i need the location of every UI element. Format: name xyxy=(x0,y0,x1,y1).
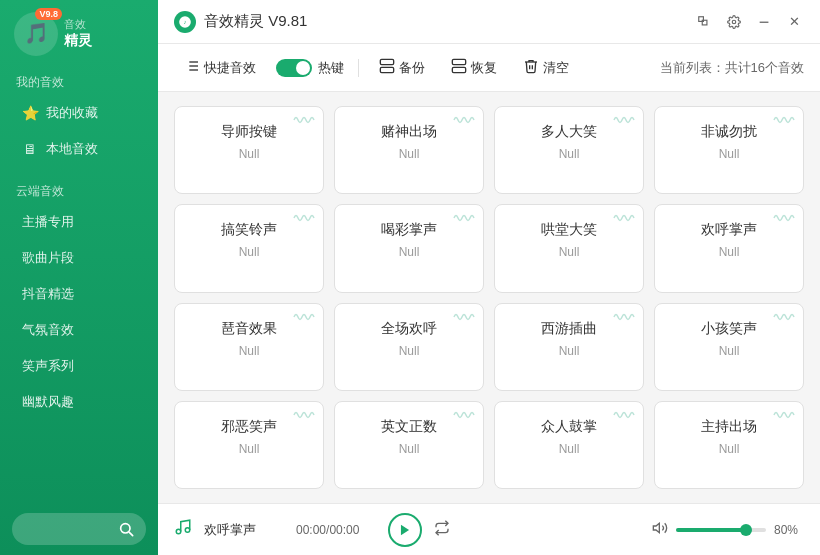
player-time: 00:00/00:00 xyxy=(296,523,376,537)
clear-label: 清空 xyxy=(543,59,569,77)
sound-card-12[interactable]: 小孩笑声Null xyxy=(654,303,804,391)
sound-card-5[interactable]: 搞笑铃声Null xyxy=(174,204,324,292)
svg-text:🎵: 🎵 xyxy=(24,21,49,45)
svg-marker-26 xyxy=(653,523,659,532)
sound-card-8[interactable]: 欢呼掌声Null xyxy=(654,204,804,292)
sidebar-item-music-clips[interactable]: 歌曲片段 xyxy=(6,241,152,275)
sidebar-item-my-collection[interactable]: ⭐ 我的收藏 xyxy=(6,96,152,130)
svg-rect-19 xyxy=(452,59,465,64)
sidebar-item-music-clips-label: 歌曲片段 xyxy=(22,249,74,267)
sound-card-15[interactable]: 众人鼓掌Null xyxy=(494,401,644,489)
sound-card-7[interactable]: 哄堂大笑Null xyxy=(494,204,644,292)
sound-card-name: 全场欢呼 xyxy=(381,320,437,338)
sound-card-status: Null xyxy=(239,442,260,456)
titlebar-controls: − ✕ xyxy=(694,12,804,32)
toggle-track[interactable] xyxy=(276,59,312,77)
sound-card-status: Null xyxy=(559,147,580,161)
sound-card-1[interactable]: 导师按键Null xyxy=(174,106,324,194)
logo-name: 精灵 xyxy=(64,32,92,50)
sidebar-item-streamer[interactable]: 主播专用 xyxy=(6,205,152,239)
sidebar-search-area[interactable] xyxy=(0,503,158,555)
sound-card-name: 喝彩掌声 xyxy=(381,221,437,239)
sound-card-wave-icon xyxy=(613,310,635,326)
sound-card-wave-icon xyxy=(453,211,475,227)
sound-card-status: Null xyxy=(399,245,420,259)
sound-card-wave-icon xyxy=(293,113,315,129)
sidebar-item-atmosphere[interactable]: 气氛音效 xyxy=(6,313,152,347)
search-box[interactable] xyxy=(12,513,146,545)
sound-grid: 导师按键Null 赌神出场Null 多人大笑Null 非诚勿扰Null 搞笑铃声… xyxy=(158,92,820,503)
restore-button[interactable]: 恢复 xyxy=(441,54,507,81)
sound-card-status: Null xyxy=(559,344,580,358)
logo-icon: 🎵 V9.8 xyxy=(14,12,56,54)
svg-point-23 xyxy=(176,529,181,534)
sound-card-wave-icon xyxy=(613,408,635,424)
trash-icon xyxy=(523,58,539,77)
clear-button[interactable]: 清空 xyxy=(513,54,579,81)
sound-card-2[interactable]: 赌神出场Null xyxy=(334,106,484,194)
sidebar-item-local-sounds-label: 本地音效 xyxy=(46,140,98,158)
sound-card-9[interactable]: 琶音效果Null xyxy=(174,303,324,391)
sound-card-wave-icon xyxy=(773,113,795,129)
sound-card-6[interactable]: 喝彩掌声Null xyxy=(334,204,484,292)
restore-label: 恢复 xyxy=(471,59,497,77)
quick-effects-button[interactable]: 快捷音效 xyxy=(174,54,266,81)
sound-card-wave-icon xyxy=(453,408,475,424)
restore-window-button[interactable] xyxy=(694,12,714,32)
sound-card-name: 搞笑铃声 xyxy=(221,221,277,239)
sidebar: 🎵 V9.8 音效 精灵 我的音效 ⭐ 我的收藏 🖥 本地音效 云端音效 主播专… xyxy=(0,0,158,555)
player-bar: 欢呼掌声 00:00/00:00 80% xyxy=(158,503,820,555)
volume-fill xyxy=(676,528,748,532)
sound-card-name: 多人大笑 xyxy=(541,123,597,141)
volume-percent: 80% xyxy=(774,523,804,537)
sidebar-item-laughter[interactable]: 笑声系列 xyxy=(6,349,152,383)
sound-card-11[interactable]: 西游插曲Null xyxy=(494,303,644,391)
loop-button[interactable] xyxy=(434,520,450,540)
sound-card-name: 赌神出场 xyxy=(381,123,437,141)
toolbar: 快捷音效 热键 备份 恢复 清空 当前列表：共计 xyxy=(158,44,820,92)
sound-card-name: 小孩笑声 xyxy=(701,320,757,338)
volume-icon xyxy=(652,520,668,540)
sound-card-name: 众人鼓掌 xyxy=(541,418,597,436)
sound-card-wave-icon xyxy=(613,113,635,129)
sound-card-13[interactable]: 邪恶笑声Null xyxy=(174,401,324,489)
sound-card-4[interactable]: 非诚勿扰Null xyxy=(654,106,804,194)
play-button[interactable] xyxy=(388,513,422,547)
sound-card-wave-icon xyxy=(773,211,795,227)
hotkey-toggle[interactable]: 热键 xyxy=(276,59,344,77)
star-icon: ⭐ xyxy=(22,105,38,121)
titlebar-left: ♪ 音效精灵 V9.81 xyxy=(174,11,307,33)
sound-card-wave-icon xyxy=(293,211,315,227)
cloud-sounds-section-title: 云端音效 xyxy=(0,173,158,204)
app-title: 音效精灵 V9.81 xyxy=(204,12,307,31)
sound-card-wave-icon xyxy=(293,408,315,424)
volume-thumb xyxy=(740,524,752,536)
titlebar-logo: ♪ xyxy=(174,11,196,33)
sound-card-status: Null xyxy=(559,442,580,456)
sound-card-wave-icon xyxy=(773,408,795,424)
restore-icon xyxy=(451,58,467,77)
backup-button[interactable]: 备份 xyxy=(369,54,435,81)
volume-slider[interactable] xyxy=(676,528,766,532)
music-note-icon xyxy=(174,518,192,541)
sound-card-14[interactable]: 英文正数Null xyxy=(334,401,484,489)
sound-card-3[interactable]: 多人大笑Null xyxy=(494,106,644,194)
hotkey-label: 热键 xyxy=(318,59,344,77)
sound-card-10[interactable]: 全场欢呼Null xyxy=(334,303,484,391)
settings-button[interactable] xyxy=(724,12,744,32)
sidebar-item-atmosphere-label: 气氛音效 xyxy=(22,321,74,339)
sound-card-status: Null xyxy=(239,147,260,161)
minimize-button[interactable]: − xyxy=(754,12,774,32)
sound-card-status: Null xyxy=(559,245,580,259)
svg-rect-16 xyxy=(380,67,393,72)
sound-card-name: 英文正数 xyxy=(381,418,437,436)
list-icon xyxy=(184,58,200,77)
sidebar-item-humor[interactable]: 幽默风趣 xyxy=(6,385,152,419)
sidebar-item-douyin[interactable]: 抖音精选 xyxy=(6,277,152,311)
close-button[interactable]: ✕ xyxy=(784,12,804,32)
player-track-name: 欢呼掌声 xyxy=(204,521,284,539)
sound-card-16[interactable]: 主持出场Null xyxy=(654,401,804,489)
sidebar-item-local-sounds[interactable]: 🖥 本地音效 xyxy=(6,132,152,166)
sound-card-status: Null xyxy=(399,344,420,358)
sidebar-item-my-collection-label: 我的收藏 xyxy=(46,104,98,122)
